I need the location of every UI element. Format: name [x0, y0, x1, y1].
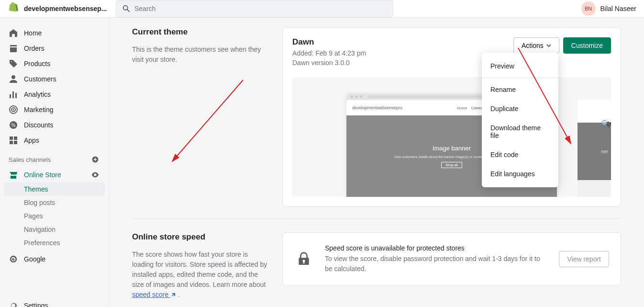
sidebar: Home Orders Products Customers Analytics… — [0, 18, 109, 307]
store-icon — [9, 170, 18, 180]
theme-section-info: Current theme This is the theme customer… — [132, 27, 271, 207]
view-report-button[interactable]: View report — [559, 251, 609, 267]
gear-icon — [9, 301, 18, 307]
sidebar-item-products[interactable]: Products — [4, 56, 105, 71]
svg-point-0 — [11, 75, 15, 79]
svg-rect-11 — [10, 141, 13, 144]
sidebar-item-label: Online Store — [24, 171, 61, 179]
search-input[interactable] — [134, 5, 387, 12]
sidebar-sub-themes[interactable]: Themes — [4, 182, 105, 196]
speed-card: Speed score is unavailable for protected… — [282, 232, 621, 286]
dropdown-preview[interactable]: Preview — [482, 57, 558, 76]
store-name[interactable]: developmentwebsensep... — [24, 5, 107, 12]
search-icon — [122, 4, 131, 13]
sidebar-item-label: Customers — [24, 75, 56, 83]
sidebar-item-apps[interactable]: Apps — [4, 133, 105, 148]
search-wrap — [116, 0, 393, 17]
orders-icon — [9, 44, 18, 53]
user-menu[interactable]: BN Bilal Naseer — [581, 1, 636, 16]
sidebar-item-google[interactable]: Google — [4, 251, 105, 267]
chevron-down-icon — [546, 43, 551, 48]
theme-card: Dawn Added: Feb 9 at 4:23 pm Dawn versio… — [282, 27, 621, 207]
avatar: BN — [581, 1, 596, 16]
theme-version: Dawn version 3.0.0 — [292, 58, 366, 68]
sidebar-item-label: Orders — [24, 45, 44, 52]
sidebar-item-orders[interactable]: Orders — [4, 41, 105, 56]
section-description: The score shows how fast your store is l… — [132, 250, 271, 300]
dropdown-download[interactable]: Download theme file — [482, 118, 558, 145]
sidebar-item-home[interactable]: Home — [4, 25, 105, 41]
sidebar-sub-pages[interactable]: Pages — [4, 209, 105, 223]
sidebar-sub-navigation[interactable]: Navigation — [4, 223, 105, 236]
view-store-icon[interactable] — [90, 170, 100, 180]
sidebar-item-label: Apps — [24, 136, 39, 144]
speed-title: Speed score is unavailable for protected… — [325, 244, 547, 252]
side-preview: 🔍🛍 ner — [577, 100, 611, 197]
shopify-logo — [8, 2, 19, 15]
sidebar-item-customers[interactable]: Customers — [4, 71, 105, 87]
home-icon — [9, 28, 18, 38]
sidebar-sub-blog-posts[interactable]: Blog posts — [4, 196, 105, 209]
speed-section-info: Online store speed The score shows how f… — [132, 232, 271, 300]
dropdown-edit-code[interactable]: Edit code — [482, 145, 558, 164]
sidebar-item-online-store[interactable]: Online Store — [4, 167, 105, 182]
lock-icon — [294, 251, 313, 267]
sidebar-item-label: Google — [24, 255, 45, 263]
speed-desc: To view the score, disable password prot… — [325, 254, 547, 274]
logo-group: developmentwebsensep... — [8, 2, 108, 15]
dropdown-duplicate[interactable]: Duplicate — [482, 99, 558, 118]
products-icon — [9, 59, 18, 68]
content-area: Current theme This is the theme customer… — [109, 18, 644, 307]
svg-rect-12 — [14, 141, 17, 144]
sidebar-item-label: Marketing — [24, 106, 53, 114]
theme-name: Dawn — [292, 37, 366, 47]
apps-icon — [9, 136, 18, 145]
external-link-icon — [170, 292, 176, 298]
topbar: developmentwebsensep... BN Bilal Naseer — [0, 0, 644, 18]
sidebar-item-analytics[interactable]: Analytics — [4, 87, 105, 102]
banner-text: Image banner — [433, 145, 471, 152]
svg-rect-1 — [10, 94, 11, 98]
sales-channels-header: Sales channels — [4, 148, 105, 167]
dropdown-edit-languages[interactable]: Edit languages — [482, 164, 558, 183]
svg-rect-9 — [10, 136, 13, 140]
actions-button[interactable]: Actions — [513, 37, 559, 54]
analytics-icon — [9, 90, 18, 99]
sidebar-item-label: Analytics — [24, 91, 51, 98]
svg-point-6 — [13, 109, 14, 111]
sidebar-item-label: Settings — [24, 302, 48, 307]
sidebar-item-label: Products — [24, 60, 50, 68]
actions-dropdown: Preview Rename Duplicate Download theme … — [482, 53, 558, 187]
dropdown-rename[interactable]: Rename — [482, 80, 558, 99]
add-channel-icon[interactable] — [90, 155, 100, 164]
google-icon — [9, 254, 18, 264]
svg-rect-10 — [14, 136, 17, 140]
theme-info: Dawn Added: Feb 9 at 4:23 pm Dawn versio… — [292, 37, 366, 68]
sidebar-item-label: Home — [24, 29, 42, 37]
customize-button[interactable]: Customize — [563, 37, 611, 54]
search-box[interactable] — [116, 0, 393, 17]
svg-rect-3 — [15, 93, 17, 98]
sidebar-item-label: Discounts — [24, 121, 53, 129]
theme-added: Added: Feb 9 at 4:23 pm — [292, 49, 366, 58]
section-description: This is the theme customers see when the… — [132, 45, 271, 65]
marketing-icon — [9, 105, 18, 114]
customers-icon — [9, 74, 18, 84]
sidebar-item-marketing[interactable]: Marketing — [4, 102, 105, 117]
speed-score-link[interactable]: speed score — [132, 291, 176, 298]
divider — [132, 218, 621, 219]
sidebar-item-discounts[interactable]: % Discounts — [4, 117, 105, 133]
section-heading: Online store speed — [132, 232, 271, 242]
section-heading: Current theme — [132, 27, 271, 37]
sidebar-sub-preferences[interactable]: Preferences — [4, 236, 105, 250]
user-name: Bilal Naseer — [600, 5, 636, 12]
theme-preview: developmentwebsensepro HomeCatalog 🔍🛍 Im… — [292, 77, 611, 197]
svg-rect-2 — [12, 91, 14, 98]
svg-text:%: % — [11, 123, 16, 128]
sidebar-item-settings[interactable]: Settings — [4, 298, 105, 307]
discounts-icon: % — [9, 120, 18, 130]
